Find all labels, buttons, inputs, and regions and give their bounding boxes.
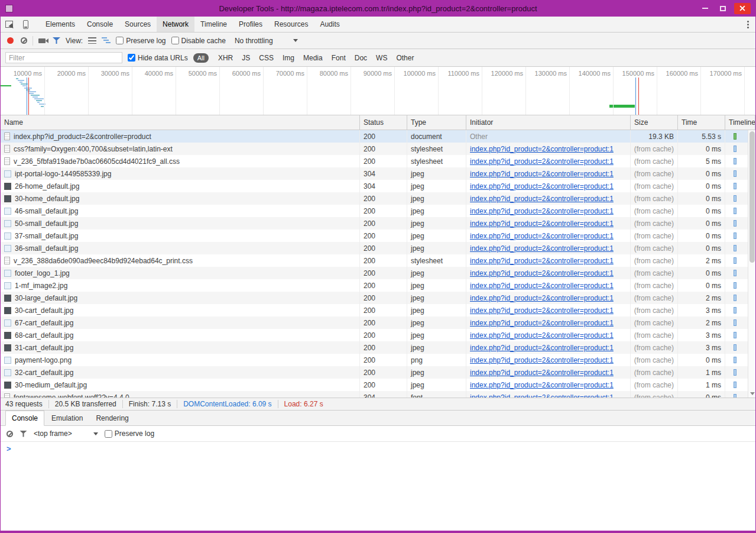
request-initiator-text[interactable]: index.php?id_product=2&controller=produc… [470, 244, 614, 253]
table-row[interactable]: index.php?id_product=2&controller=produc… [1, 130, 755, 143]
clear-network-log-button[interactable] [21, 37, 27, 44]
tab-console[interactable]: Console [81, 17, 119, 32]
table-row[interactable]: 26-home_default.jpg 304 jpeg index.php?i… [1, 180, 755, 192]
console-output-area[interactable]: > [1, 442, 755, 531]
drawer-tab-rendering[interactable]: Rendering [90, 411, 134, 425]
maximize-button[interactable] [714, 2, 732, 14]
timeline-overview[interactable]: 10000 ms20000 ms30000 ms40000 ms50000 ms… [1, 67, 755, 115]
request-initiator-text[interactable]: index.php?id_product=2&controller=produc… [470, 219, 614, 228]
request-initiator-text[interactable]: index.php?id_product=2&controller=produc… [470, 282, 614, 290]
request-initiator-text[interactable]: index.php?id_product=2&controller=produc… [470, 207, 614, 215]
tab-network[interactable]: Network [157, 17, 194, 32]
request-initiator-text[interactable]: index.php?id_product=2&controller=produc… [470, 269, 614, 277]
table-row[interactable]: 68-cart_default.jpg 200 jpeg index.php?i… [1, 329, 755, 341]
console-preserve-log-checkbox[interactable] [105, 430, 112, 438]
drawer-tab-emulation[interactable]: Emulation [46, 411, 89, 425]
table-row[interactable]: 1-mf_image2.jpg 200 jpeg index.php?id_pr… [1, 279, 755, 292]
disable-cache-checkbox[interactable] [171, 37, 179, 44]
throttling-select[interactable]: No throttling [235, 37, 298, 45]
request-initiator-text[interactable]: index.php?id_product=2&controller=produc… [470, 369, 614, 377]
column-header-time[interactable]: Time [678, 115, 725, 130]
request-initiator-text[interactable]: index.php?id_product=2&controller=produc… [470, 182, 614, 190]
request-name: 50-small_default.jpg [15, 219, 78, 228]
table-row[interactable]: css?family=Oxygen:400,700&subset=latin,l… [1, 143, 755, 155]
filter-type-media[interactable]: Media [303, 54, 323, 62]
request-initiator-text[interactable]: index.php?id_product=2&controller=produc… [470, 344, 614, 352]
device-toolbar-button[interactable] [17, 17, 34, 32]
frame-context-select[interactable]: <top frame> [34, 429, 98, 438]
filter-type-xhr[interactable]: XHR [218, 54, 233, 62]
inspect-element-button[interactable] [1, 17, 17, 32]
request-initiator-text[interactable]: index.php?id_product=2&controller=produc… [470, 331, 614, 340]
table-row[interactable]: 30-medium_default.jpg 200 jpeg index.php… [1, 379, 755, 391]
hide-data-urls-checkbox[interactable] [128, 54, 135, 62]
table-row[interactable]: fontawesome-webfont.woff2?v=4.4.0 304 fo… [1, 391, 755, 398]
column-header-timeline[interactable]: Timeline [725, 115, 755, 130]
column-header-initiator[interactable]: Initiator [466, 115, 631, 130]
minimize-button[interactable] [696, 2, 714, 14]
request-initiator-text[interactable]: index.php?id_product=2&controller=produc… [470, 145, 614, 153]
request-initiator-text[interactable]: index.php?id_product=2&controller=produc… [470, 306, 614, 315]
table-row[interactable]: ipt-portal-logo-1449585339.jpg 304 jpeg … [1, 167, 755, 180]
request-initiator-text[interactable]: index.php?id_product=2&controller=produc… [470, 195, 614, 203]
vertical-scrollbar[interactable] [748, 130, 755, 398]
tab-profiles[interactable]: Profiles [233, 17, 268, 32]
filter-icon[interactable] [53, 37, 60, 44]
overflow-menu-button[interactable] [740, 24, 755, 25]
filter-type-css[interactable]: CSS [259, 54, 274, 62]
filter-type-all-button[interactable]: All [193, 53, 209, 63]
request-initiator-text[interactable]: index.php?id_product=2&controller=produc… [470, 170, 614, 178]
tab-elements[interactable]: Elements [40, 17, 81, 32]
request-initiator-text[interactable]: index.php?id_product=2&controller=produc… [470, 381, 614, 389]
filter-type-ws[interactable]: WS [376, 54, 387, 62]
request-initiator-text[interactable]: index.php?id_product=2&controller=produc… [470, 319, 614, 327]
scrollbar-thumb[interactable] [749, 131, 755, 263]
table-row[interactable]: 30-home_default.jpg 200 jpeg index.php?i… [1, 192, 755, 205]
filter-type-other[interactable]: Other [396, 54, 414, 62]
tab-sources[interactable]: Sources [119, 17, 157, 32]
tab-resources[interactable]: Resources [268, 17, 314, 32]
table-row[interactable]: 67-cart_default.jpg 200 jpeg index.php?i… [1, 316, 755, 329]
console-prompt[interactable]: > [1, 442, 755, 453]
filter-type-doc[interactable]: Doc [355, 54, 367, 62]
table-row[interactable]: 36-small_default.jpg 200 jpeg index.php?… [1, 242, 755, 254]
column-header-type[interactable]: Type [407, 115, 466, 130]
console-filter-icon[interactable] [20, 431, 27, 437]
filter-type-font[interactable]: Font [332, 54, 346, 62]
close-button[interactable] [734, 3, 751, 14]
tab-audits[interactable]: Audits [314, 17, 345, 32]
filmstrip-icon[interactable] [38, 38, 46, 43]
column-header-size[interactable]: Size [631, 115, 678, 130]
request-initiator-text[interactable]: index.php?id_product=2&controller=produc… [470, 356, 614, 364]
table-row[interactable]: 32-cart_default.jpg 200 jpeg index.php?i… [1, 366, 755, 379]
request-initiator-text[interactable]: index.php?id_product=2&controller=produc… [470, 294, 614, 302]
clear-console-button[interactable] [7, 431, 13, 437]
view-waterfall-icon[interactable] [102, 37, 111, 44]
preserve-log-checkbox[interactable] [116, 37, 124, 44]
table-row[interactable]: 50-small_default.jpg 200 jpeg index.php?… [1, 217, 755, 230]
filter-type-img[interactable]: Img [283, 54, 294, 62]
filter-input[interactable] [5, 52, 122, 63]
view-list-icon[interactable] [88, 37, 96, 44]
table-row[interactable]: v_236_5fbfa919ade7b0ac06605cd4d4021fc9_a… [1, 155, 755, 167]
drawer-tab-console[interactable]: Console [5, 411, 44, 426]
table-row[interactable]: 46-small_default.jpg 200 jpeg index.php?… [1, 205, 755, 217]
record-button[interactable] [7, 37, 14, 44]
request-initiator-text[interactable]: index.php?id_product=2&controller=produc… [470, 157, 614, 166]
filter-type-js[interactable]: JS [242, 54, 250, 62]
request-initiator-text[interactable]: index.php?id_product=2&controller=produc… [470, 257, 614, 265]
scroll-down-arrow-icon[interactable] [750, 392, 755, 395]
table-row[interactable]: 37-small_default.jpg 200 jpeg index.php?… [1, 230, 755, 242]
table-row[interactable]: payment-logo.png 200 png index.php?id_pr… [1, 354, 755, 366]
column-header-name[interactable]: Name [1, 115, 360, 130]
resource-icon [4, 332, 11, 339]
table-row[interactable]: footer_logo_1.jpg 200 jpeg index.php?id_… [1, 267, 755, 279]
table-row[interactable]: 31-cart_default.jpg 200 jpeg index.php?i… [1, 341, 755, 354]
table-row[interactable]: v_236_388da6de090ad9eec84b9d924ebad64c_p… [1, 254, 755, 267]
request-initiator-text[interactable]: index.php?id_product=2&controller=produc… [470, 232, 614, 240]
table-row[interactable]: 30-cart_default.jpg 200 jpeg index.php?i… [1, 304, 755, 316]
tab-timeline[interactable]: Timeline [194, 17, 233, 32]
column-header-status[interactable]: Status [360, 115, 407, 130]
request-initiator-text[interactable]: index.php?id_product=2&controller=produc… [470, 393, 614, 398]
table-row[interactable]: 30-large_default.jpg 200 jpeg index.php?… [1, 292, 755, 304]
